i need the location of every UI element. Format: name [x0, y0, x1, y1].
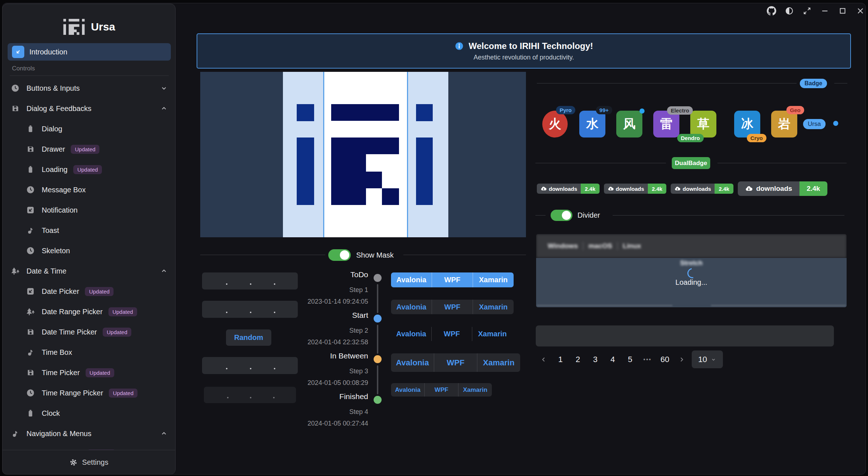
sidebar-item-icon	[26, 226, 35, 235]
chevron-icon[interactable]	[160, 84, 168, 92]
sidebar: Ursa Introduction Controls Buttons & Inp…	[2, 4, 176, 475]
sidebar-item[interactable]: Date & Time	[3, 261, 176, 281]
divider-line	[834, 83, 847, 83]
tab[interactable]: macOS	[583, 242, 617, 250]
tab[interactable]: Windows	[543, 242, 583, 250]
group-button[interactable]: Xamarin	[458, 383, 492, 397]
badge-item[interactable]: 冰 Cryo	[734, 111, 760, 138]
sidebar-item-label: Date Time Picker	[42, 328, 97, 336]
badge-pill: Cryo	[747, 134, 766, 142]
badge-item[interactable]: 草 Dendro	[690, 111, 716, 138]
badge-item[interactable]: 水 99+	[579, 111, 605, 138]
timeline-step: Step 1	[349, 286, 368, 294]
show-mask-toggle[interactable]	[328, 249, 351, 261]
close-button[interactable]	[855, 5, 866, 17]
prev-page-button[interactable]	[538, 354, 549, 365]
timeline-connector	[377, 365, 378, 394]
badge-item[interactable]: 火 Pyro	[542, 111, 568, 138]
theme-toggle-button[interactable]	[783, 5, 795, 17]
sidebar-item-label: Navigation & Menus	[26, 430, 91, 438]
group-button[interactable]: Avalonia	[391, 353, 434, 372]
page-button[interactable]: 5	[624, 355, 636, 364]
sidebar-item[interactable]: Navigation & Menus	[3, 423, 176, 444]
timeline-entry: In Between Step 3 2024-01-05 00:08:29	[254, 352, 368, 392]
sidebar-item-label: Date Range Picker	[42, 308, 103, 316]
group-button[interactable]: Xamarin	[472, 327, 513, 341]
group-button[interactable]: Avalonia	[391, 272, 432, 287]
page-size-select[interactable]: 10	[692, 350, 723, 368]
sidebar-item[interactable]: Buttons & Inputs	[3, 78, 176, 98]
divider-line	[613, 215, 844, 216]
sidebar-item[interactable]: Notification	[3, 200, 176, 220]
github-button[interactable]	[766, 5, 777, 17]
page-button[interactable]: 60	[659, 355, 671, 364]
group-button[interactable]: Avalonia	[391, 383, 424, 397]
badge-item[interactable]: 雷 Electro	[653, 111, 679, 138]
group-button[interactable]: Avalonia	[391, 327, 431, 341]
group-button[interactable]: Xamarin	[477, 353, 520, 372]
sidebar-item[interactable]: Time Range Picker Updated	[3, 383, 176, 403]
text-input[interactable]	[536, 325, 834, 346]
group-button[interactable]: Xamarin	[473, 300, 514, 314]
chevron-icon[interactable]	[160, 267, 168, 275]
page-button[interactable]: 1	[554, 355, 567, 364]
badge-dot	[639, 108, 645, 114]
updated-badge: Updated	[109, 389, 137, 398]
mask-boundary-line	[323, 72, 324, 237]
timeline-entry: Start Step 2 2024-01-04 22:32:58	[254, 311, 368, 352]
badge-row: 火 Pyro 水 99+ 风 雷 Electro	[542, 111, 797, 138]
sidebar-item[interactable]: Dialog	[3, 119, 176, 139]
divider-line	[717, 163, 847, 163]
timeline-dot	[374, 274, 382, 282]
blurred-divider	[711, 305, 846, 306]
updated-badge: Updated	[108, 307, 137, 316]
group-button[interactable]: Xamarin	[473, 272, 514, 287]
sidebar-item[interactable]: Time Picker Updated	[3, 362, 176, 383]
sidebar-item[interactable]: Date Time Picker Updated	[3, 322, 176, 342]
sidebar-item[interactable]: Drawer Updated	[3, 139, 176, 159]
sidebar-item[interactable]: Skeleton	[3, 241, 176, 261]
group-button[interactable]: WPF	[431, 327, 472, 341]
divider-toggle[interactable]	[551, 210, 572, 221]
badge-item[interactable]: 风	[616, 111, 642, 138]
next-page-button[interactable]	[676, 354, 687, 365]
sidebar-item[interactable]: Date Range Picker Updated	[3, 301, 176, 322]
divider-line	[403, 255, 526, 255]
chevron-icon[interactable]	[160, 430, 168, 438]
dualbadge-item: downloads 2.4k	[604, 184, 667, 194]
divider-line	[537, 83, 797, 83]
sidebar-item[interactable]: Dialog & Feedbacks	[3, 98, 176, 119]
fullscreen-button[interactable]	[801, 5, 813, 17]
element-glyph: 雷	[660, 116, 672, 132]
page-button[interactable]: 2	[572, 355, 584, 364]
page-button[interactable]: •••	[641, 356, 654, 363]
minimize-button[interactable]	[819, 5, 831, 17]
timeline-label: ToDo	[350, 270, 368, 279]
chevron-icon[interactable]	[160, 104, 168, 112]
sidebar-item[interactable]: Toast	[3, 220, 176, 241]
sidebar-item-label: Skeleton	[42, 247, 70, 255]
sidebar-item[interactable]: Date Picker Updated	[3, 281, 176, 301]
blurred-divider	[537, 305, 672, 306]
group-button[interactable]: WPF	[432, 300, 473, 314]
sidebar-item[interactable]: Clock	[3, 403, 176, 423]
sidebar-item[interactable]: Time Box	[3, 342, 176, 362]
settings-button[interactable]: Settings	[3, 450, 175, 474]
tab[interactable]: Linux	[617, 242, 646, 250]
sidebar-item-icon	[26, 144, 35, 154]
sidebar-item-label: Notification	[42, 206, 78, 214]
badge-item[interactable]: 岩 Geo	[771, 111, 797, 138]
page-button[interactable]: 3	[589, 355, 601, 364]
element-glyph: 火	[549, 116, 561, 132]
sidebar-item-introduction[interactable]: Introduction	[8, 43, 171, 61]
maximize-button[interactable]	[837, 5, 848, 17]
group-button[interactable]: WPF	[432, 272, 473, 287]
sidebar-item[interactable]: Message Box	[3, 180, 176, 200]
group-button[interactable]: WPF	[434, 353, 477, 372]
group-button[interactable]: Avalonia	[391, 300, 432, 314]
sidebar-item-label: Message Box	[42, 186, 86, 194]
sidebar-item[interactable]: Loading Updated	[3, 159, 176, 180]
download-icon	[745, 185, 753, 193]
page-button[interactable]: 4	[606, 355, 619, 364]
group-button[interactable]: WPF	[424, 383, 458, 397]
